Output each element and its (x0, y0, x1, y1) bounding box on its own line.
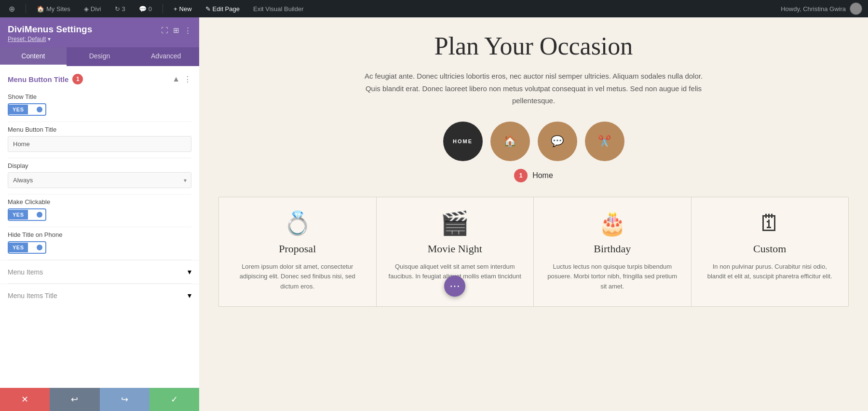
sidebar-title: DiviMenus Settings (8, 24, 92, 35)
make-clickable-toggle[interactable]: YES (8, 208, 46, 221)
display-field: Display Always ▾ (0, 158, 199, 194)
my-sites-item[interactable]: 🏠 My Sites (34, 3, 73, 14)
show-title-label: Show Title (8, 93, 191, 100)
toggle-yes-2: YES (9, 210, 28, 219)
sites-icon: 🏠 (37, 5, 44, 13)
howdy-text: Howdy, Christina Gwira (781, 5, 846, 13)
section-title: Menu Button Title (8, 75, 68, 83)
sidebar-tabs: Content Design Advanced (0, 47, 199, 66)
pencil-icon: ✎ (205, 5, 211, 13)
show-title-toggle[interactable]: YES (8, 103, 46, 116)
hide-title-phone-label: Hide Title on Phone (8, 231, 191, 238)
menu-items-section[interactable]: Menu Items ▾ (0, 260, 199, 283)
menu-items-expand-icon: ▾ (188, 267, 191, 276)
edit-page-item[interactable]: ✎ Edit Page (203, 3, 243, 14)
card-custom: 🗓 Custom In non pulvinar purus. Curabitu… (692, 197, 849, 306)
wordpress-admin-bar: ⊕ 🏠 My Sites ◈ Divi ↻ 3 💬 0 + New ✎ Edit… (0, 0, 868, 17)
fullscreen-icon[interactable]: ⛶ (161, 26, 168, 35)
toggle-handle-2 (30, 211, 43, 219)
page-subtitle: Ac feugiat ante. Donec ultricies loborti… (360, 70, 707, 107)
menu-items-title-section[interactable]: Menu Items Title ▾ (0, 284, 199, 307)
comment-icon: 💬 (139, 5, 147, 13)
display-select-wrap: Always ▾ (8, 172, 191, 188)
toggle-handle-3 (30, 244, 43, 251)
menu-badge: 1 (514, 169, 528, 182)
wp-logo-item[interactable]: ⊕ (6, 2, 18, 15)
menu-label-row: 1 Home (514, 169, 553, 182)
redo-icon: ↪ (121, 394, 128, 405)
exit-label: Exit Visual Builder (253, 5, 304, 13)
sync-item[interactable]: ↻ 3 (112, 3, 128, 14)
sync-icon: ↻ (115, 5, 120, 13)
card-title-proposal: Proposal (231, 243, 365, 255)
card-proposal: 💍 Proposal Lorem ipsum dolor sit amet, c… (219, 197, 377, 306)
section-more-icon[interactable]: ⋮ (184, 75, 191, 84)
menu-button-title-section: Menu Button Title 1 ▲ ⋮ (0, 66, 199, 89)
card-text-birthday: Luctus lectus non quisque turpis bibendu… (545, 262, 679, 292)
tools-icon: ✂️ (598, 135, 611, 148)
card-birthday: 🎂 Birthday Luctus lectus non quisque tur… (534, 197, 692, 306)
comment-count: 0 (149, 5, 152, 13)
tab-advanced[interactable]: Advanced (133, 47, 199, 66)
exit-visual-builder-item[interactable]: Exit Visual Builder (250, 3, 307, 14)
collapse-icon[interactable]: ▲ (172, 75, 180, 84)
undo-button[interactable]: ↩ (50, 388, 99, 411)
comment-item[interactable]: 💬 0 (136, 3, 155, 14)
menu-circle-2[interactable]: 💬 (538, 122, 577, 161)
make-clickable-label: Make Clickable (8, 198, 191, 206)
page-content: Plan Your Occasion Ac feugiat ante. Done… (199, 17, 868, 411)
settings-sidebar: DiviMenus Settings Preset: Default ▾ ⛶ ⊞… (0, 17, 199, 411)
toggle-yes-3: YES (9, 243, 28, 252)
hide-title-phone-toggle[interactable]: YES (8, 241, 46, 254)
movie-icon: 🎬 (388, 212, 522, 235)
proposal-icon: 💍 (231, 212, 365, 235)
menu-items-title-label: Menu Items Title (8, 292, 57, 300)
cancel-icon: ✕ (21, 394, 28, 405)
redo-button[interactable]: ↪ (100, 388, 149, 411)
cancel-button[interactable]: ✕ (0, 388, 50, 411)
menu-items-label: Menu Items (8, 268, 43, 276)
floating-action-button[interactable]: ⋯ (444, 275, 465, 297)
birthday-icon: 🎂 (545, 212, 679, 235)
new-item[interactable]: + New (171, 3, 195, 14)
plus-icon: + (174, 5, 177, 13)
undo-icon: ↩ (71, 394, 78, 405)
tab-design[interactable]: Design (67, 47, 133, 66)
hide-title-phone-field: Hide Title on Phone YES (0, 227, 199, 260)
menu-button-title-field: Menu Button Title (0, 122, 199, 158)
show-title-field: Show Title YES (0, 89, 199, 122)
menu-circles: HOME 🏠 💬 ✂️ (443, 122, 624, 161)
chat-icon: 💬 (551, 135, 564, 148)
sidebar-preset: Preset: Default ▾ (8, 36, 92, 42)
page-main-title: Plan Your Occasion (434, 32, 633, 60)
card-title-custom: Custom (703, 243, 837, 255)
sync-count: 3 (122, 5, 125, 13)
sidebar-toolbar: ✕ ↩ ↪ ✓ (0, 388, 199, 411)
menu-button-title-label: Menu Button Title (8, 126, 191, 133)
tab-content[interactable]: Content (0, 47, 67, 66)
card-text-proposal: Lorem ipsum dolor sit amet, consectetur … (231, 262, 365, 292)
cards-row: 💍 Proposal Lorem ipsum dolor sit amet, c… (218, 197, 849, 307)
menu-circle-3[interactable]: ✂️ (585, 122, 624, 161)
toggle-handle (30, 106, 43, 113)
wordpress-icon: ⊕ (9, 4, 15, 14)
toggle-yes-label: YES (9, 105, 28, 114)
more-icon[interactable]: ⋮ (184, 26, 191, 35)
grid-icon[interactable]: ⊞ (173, 26, 179, 35)
display-label: Display (8, 162, 191, 169)
new-label: New (179, 5, 192, 13)
menu-button-title-input[interactable] (8, 136, 191, 152)
divi-label: Divi (91, 5, 101, 13)
divi-icon: ◈ (84, 5, 89, 13)
display-select[interactable]: Always (8, 172, 191, 188)
home-icon-1: 🏠 (503, 135, 516, 148)
save-button[interactable]: ✓ (149, 388, 199, 411)
make-clickable-field: Make Clickable YES (0, 194, 199, 227)
menu-circle-1[interactable]: 🏠 (490, 122, 530, 161)
menu-circle-home[interactable]: HOME (443, 122, 483, 161)
custom-icon: 🗓 (703, 212, 837, 235)
dots-icon: ⋯ (449, 280, 460, 292)
divi-item[interactable]: ◈ Divi (81, 3, 104, 14)
menu-label-text: Home (532, 171, 553, 180)
preset-link[interactable]: Preset: Default (8, 36, 46, 42)
